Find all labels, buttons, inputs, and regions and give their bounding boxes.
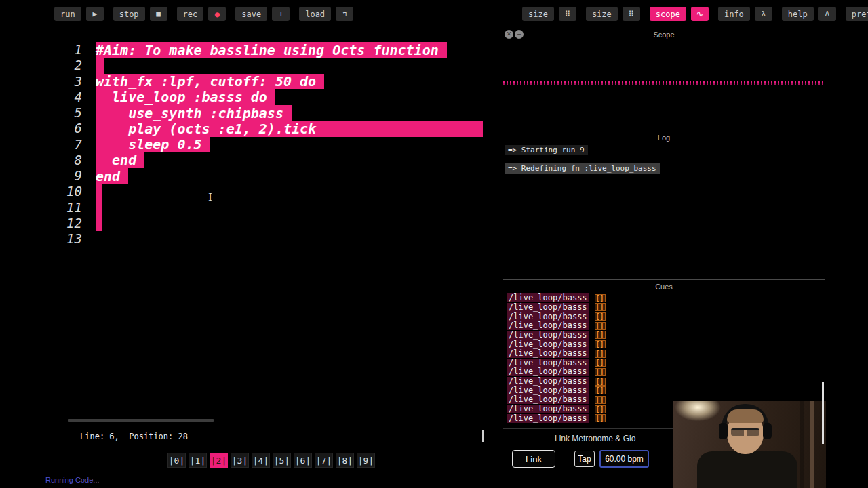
cue-entry: /live_loop/basss[] <box>507 405 606 414</box>
tab-buffer-7[interactable]: |7| <box>315 453 333 468</box>
cue-args: [] <box>595 414 606 422</box>
run-button[interactable]: run <box>54 7 81 21</box>
cue-entry: /live_loop/basss[] <box>507 321 606 331</box>
code-line[interactable]: 3 with_fx :lpf, cutoff: 50 do <box>0 74 502 89</box>
link-pane-title: Link Metronome & Glo <box>555 434 635 443</box>
tab-buffer-4[interactable]: |4| <box>252 453 270 468</box>
log-entry: => Redefining fn :live_loop_basss <box>505 163 660 174</box>
scope-waveform <box>503 83 825 85</box>
prefs-button[interactable]: prefs <box>846 7 868 21</box>
rec-button[interactable]: rec <box>177 7 204 21</box>
record-icon[interactable]: ● <box>208 7 226 21</box>
code-line[interactable]: 11 <box>0 200 502 216</box>
cue-name: /live_loop/basss <box>507 349 589 358</box>
cues-pane-title: Cues <box>503 283 825 291</box>
cue-args: [] <box>595 294 606 302</box>
cursor-position-status: Line: 6, Position: 28 <box>80 432 188 441</box>
bpm-field[interactable]: 60.00 bpm <box>599 450 649 468</box>
tap-button[interactable]: Tap <box>574 451 595 467</box>
tab-buffer-0[interactable]: |0| <box>167 453 186 468</box>
tab-buffer-1[interactable]: |1| <box>189 453 207 468</box>
cue-name: /live_loop/basss <box>507 395 589 404</box>
code-line[interactable]: 2 <box>0 58 502 73</box>
line-number: 8 <box>0 152 82 168</box>
play-icon[interactable]: ▶ <box>86 7 104 21</box>
cue-name: /live_loop/basss <box>507 312 589 321</box>
code-text: play (octs :e1, 2).tick <box>96 121 483 136</box>
code-line[interactable]: 9 end <box>0 168 502 184</box>
cue-name: /live_loop/basss <box>507 340 589 349</box>
scope-pane-title: Scope <box>503 30 825 39</box>
code-line[interactable]: 12 <box>0 216 502 231</box>
glasses <box>731 428 760 436</box>
webcam-video <box>673 401 826 488</box>
code-line[interactable]: 1 #Aim: To make bassline using Octs func… <box>0 42 502 58</box>
person-silhouette <box>697 451 797 488</box>
code-text: end <box>96 168 128 184</box>
size-down-button[interactable]: size <box>522 7 554 21</box>
toolbar-right: size ⠿ size ⠿ scope ∿ info λ help Δ pref… <box>522 7 868 21</box>
code-line[interactable]: 13 <box>0 231 502 247</box>
scope-waveform <box>503 81 825 83</box>
tab-buffer-9[interactable]: |9| <box>357 453 375 468</box>
cue-entry: /live_loop/basss[] <box>507 293 606 303</box>
load-arrow-icon[interactable]: ↰ <box>336 7 353 21</box>
tab-buffer-8[interactable]: |8| <box>336 453 354 468</box>
waveform-icon[interactable]: ∿ <box>691 7 709 21</box>
plus-icon[interactable]: + <box>272 7 290 21</box>
lambda-icon[interactable]: λ <box>755 7 772 21</box>
editor-horizontal-scrollbar[interactable] <box>68 419 214 422</box>
mouse-cursor: I <box>208 191 212 203</box>
cue-name: /live_loop/basss <box>507 321 589 330</box>
line-number: 12 <box>0 216 82 231</box>
line-number: 10 <box>0 184 82 199</box>
code-line[interactable]: 4 live_loop :basss do <box>0 89 502 105</box>
load-button[interactable]: load <box>299 7 331 21</box>
cue-args: [] <box>595 331 606 339</box>
stop-button[interactable]: stop <box>113 7 145 21</box>
cue-args: [] <box>595 359 606 367</box>
line-number: 5 <box>0 105 82 121</box>
line-number: 7 <box>0 137 82 152</box>
cue-entry: /live_loop/basss[] <box>507 303 606 312</box>
cue-entry: /live_loop/basss[] <box>507 349 606 359</box>
cue-args: [] <box>595 378 606 386</box>
code-text: sleep 0.5 <box>96 137 210 152</box>
scope-button[interactable]: scope <box>650 7 686 21</box>
headphone-cup <box>763 423 772 439</box>
code-text <box>96 216 102 231</box>
help-button[interactable]: help <box>782 7 814 21</box>
save-button[interactable]: save <box>235 7 267 21</box>
code-line[interactable]: 5 use_synth :chipbass <box>0 105 502 121</box>
tab-buffer-3[interactable]: |3| <box>231 453 249 468</box>
code-line[interactable]: 7 sleep 0.5 <box>0 137 502 152</box>
log-pane-title: Log <box>503 134 825 142</box>
code-editor[interactable]: 1 #Aim: To make bassline using Octs func… <box>0 42 502 247</box>
cue-entry: /live_loop/basss[] <box>507 367 606 377</box>
code-text <box>96 184 102 199</box>
code-line[interactable]: 6 play (octs :e1, 2).tick <box>0 121 502 136</box>
cue-entry: /live_loop/basss[] <box>507 340 606 349</box>
delta-icon[interactable]: Δ <box>818 7 836 21</box>
size-dots-icon[interactable]: ⠿ <box>559 7 576 21</box>
panel-scrollbar[interactable] <box>822 382 824 444</box>
code-line[interactable]: 8 end <box>0 152 502 168</box>
link-button[interactable]: Link <box>512 450 555 468</box>
door-frame <box>810 401 814 488</box>
size-up-button[interactable]: size <box>586 7 618 21</box>
editor-vertical-scrollbar[interactable] <box>482 430 484 442</box>
size-dots-icon[interactable]: ⠿ <box>623 7 640 21</box>
cue-name: /live_loop/basss <box>507 331 589 340</box>
line-number: 11 <box>0 200 82 216</box>
cues-pane-divider <box>503 279 825 280</box>
info-button[interactable]: info <box>718 7 750 21</box>
headphone-cup <box>719 423 728 439</box>
code-line[interactable]: 10 <box>0 184 502 199</box>
person-hair <box>727 409 764 423</box>
tab-buffer-2[interactable]: |2| <box>210 453 228 468</box>
tab-buffer-6[interactable]: |6| <box>294 453 312 468</box>
tab-buffer-5[interactable]: |5| <box>273 453 291 468</box>
cue-entry: /live_loop/basss[] <box>507 358 606 367</box>
cue-entry: /live_loop/basss[] <box>507 386 606 395</box>
stop-icon[interactable]: ■ <box>150 7 167 21</box>
